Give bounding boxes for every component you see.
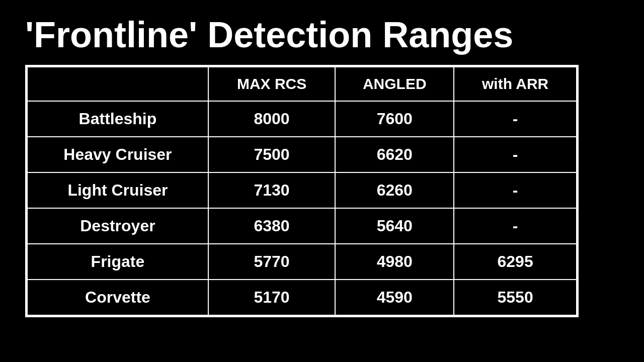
- table-row: Battleship80007600-: [27, 101, 577, 137]
- cell-ship: Destroyer: [27, 208, 208, 244]
- header-with-arr: with ARR: [454, 67, 577, 101]
- cell-max-rcs: 5170: [208, 280, 335, 315]
- table-row: Corvette517045905550: [27, 280, 577, 315]
- cell-ship: Heavy Cruiser: [27, 137, 208, 172]
- header-max-rcs: MAX RCS: [208, 67, 335, 101]
- detection-ranges-table: MAX RCS ANGLED with ARR Battleship800076…: [25, 65, 579, 317]
- cell-with-arr: -: [454, 208, 577, 244]
- cell-ship: Corvette: [27, 280, 208, 315]
- page-title: 'Frontline' Detection Ranges: [25, 15, 513, 55]
- table-row: Heavy Cruiser75006620-: [27, 137, 577, 172]
- cell-max-rcs: 7130: [208, 172, 335, 208]
- cell-with-arr: -: [454, 172, 577, 208]
- cell-ship: Light Cruiser: [27, 172, 208, 208]
- cell-ship: Frigate: [27, 244, 208, 280]
- cell-with-arr: -: [454, 137, 577, 172]
- cell-ship: Battleship: [27, 101, 208, 137]
- cell-angled: 4980: [335, 244, 454, 280]
- cell-angled: 4590: [335, 280, 454, 315]
- table-row: Destroyer63805640-: [27, 208, 577, 244]
- cell-max-rcs: 7500: [208, 137, 335, 172]
- cell-angled: 5640: [335, 208, 454, 244]
- cell-with-arr: 6295: [454, 244, 577, 280]
- cell-with-arr: 5550: [454, 280, 577, 315]
- cell-angled: 7600: [335, 101, 454, 137]
- cell-with-arr: -: [454, 101, 577, 137]
- header-angled: ANGLED: [335, 67, 454, 101]
- cell-max-rcs: 5770: [208, 244, 335, 280]
- table-row: Light Cruiser71306260-: [27, 172, 577, 208]
- table-row: Frigate577049806295: [27, 244, 577, 280]
- header-ship: [27, 67, 208, 101]
- cell-angled: 6620: [335, 137, 454, 172]
- cell-max-rcs: 8000: [208, 101, 335, 137]
- cell-max-rcs: 6380: [208, 208, 335, 244]
- cell-angled: 6260: [335, 172, 454, 208]
- table-header-row: MAX RCS ANGLED with ARR: [27, 67, 577, 101]
